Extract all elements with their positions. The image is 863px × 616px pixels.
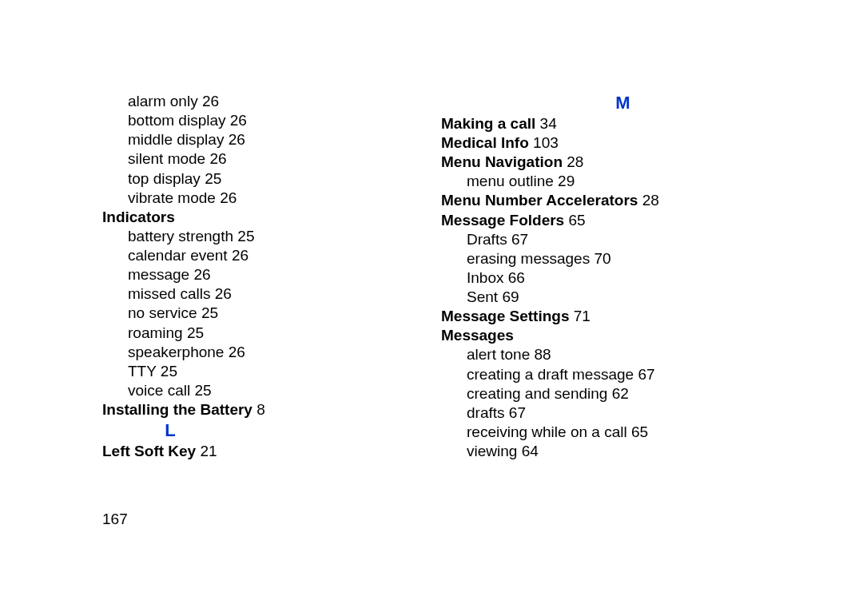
sub-entry-text: TTY — [128, 363, 157, 380]
pre-indicators-sub-list: alarm only 26 bottom display 26 middle d… — [128, 92, 438, 208]
sub-entry-page: 26 — [220, 189, 237, 206]
sub-entry-text: Inbox — [467, 269, 503, 286]
entry-message-folders: Message Folders 65 — [441, 211, 777, 230]
entry-label: Message Folders — [441, 212, 564, 229]
sub-entry-page: 67 — [511, 231, 528, 248]
sub-entry: Drafts 67 — [467, 230, 777, 249]
entry-left-soft-key: Left Soft Key 21 — [102, 442, 438, 461]
sub-entry-text: viewing — [467, 443, 517, 459]
entry-label: Left Soft Key — [102, 443, 196, 459]
sub-entry-text: erasing messages — [467, 250, 590, 267]
sub-entry: missed calls 26 — [128, 284, 438, 304]
sub-entry-text: Drafts — [467, 231, 507, 248]
sub-entry-page: 25 — [205, 170, 221, 187]
entry-label: Message Settings — [441, 308, 570, 324]
sub-entry: Sent 69 — [467, 288, 777, 307]
sub-entry-page: 26 — [202, 93, 219, 109]
sub-entry-page: 26 — [193, 266, 210, 283]
sub-entry: silent mode 26 — [128, 149, 438, 169]
sub-entry-text: message — [128, 266, 189, 283]
sub-entry: voice call 25 — [128, 381, 438, 400]
entry-label: Menu Number Accelerators — [441, 192, 638, 209]
sub-entry-page: 65 — [631, 423, 648, 440]
sub-entry-page: 88 — [535, 346, 551, 363]
entry-menu-navigation: Menu Navigation 28 — [441, 153, 777, 172]
sub-entry-text: alarm only — [128, 93, 198, 109]
sub-entry: drafts 67 — [467, 403, 777, 423]
messages-sub-list: alert tone 88 creating a draft message 6… — [467, 345, 777, 461]
sub-entry-page: 69 — [502, 288, 519, 305]
sub-entry-page: 62 — [612, 385, 629, 402]
entry-label: Medical Info — [441, 134, 529, 151]
sub-entry-text: bottom display — [128, 112, 226, 129]
sub-entry-text: middle display — [128, 131, 224, 148]
sub-entry: Inbox 66 — [467, 268, 777, 288]
sub-entry: top display 25 — [128, 169, 438, 189]
sub-entry: TTY 25 — [128, 362, 438, 381]
sub-entry-page: 25 — [201, 304, 218, 321]
sub-entry-text: creating and sending — [467, 385, 607, 402]
section-letter-m: M — [441, 92, 805, 114]
sub-entry: creating and sending 62 — [467, 384, 777, 403]
sub-entry: bottom display 26 — [128, 111, 438, 130]
entry-menu-number-accelerators: Menu Number Accelerators 28 — [441, 191, 777, 210]
entry-label: Menu Navigation — [441, 153, 563, 170]
section-letter-l: L — [102, 419, 238, 442]
sub-entry-text: roaming — [128, 324, 183, 341]
sub-entry-text: calendar event — [128, 247, 228, 264]
sub-entry: roaming 25 — [128, 324, 438, 343]
sub-entry-page: 26 — [230, 112, 247, 129]
sub-entry-text: alert tone — [467, 346, 530, 363]
sub-entry-page: 26 — [232, 247, 249, 264]
sub-entry: alert tone 88 — [467, 345, 777, 364]
sub-entry-page: 26 — [215, 285, 232, 302]
right-column: M Making a call 34 Medical Info 103 Menu… — [441, 92, 777, 461]
sub-entry: menu outline 29 — [467, 172, 777, 191]
sub-entry: speakerphone 26 — [128, 343, 438, 362]
sub-entry-page: 29 — [558, 173, 575, 189]
sub-entry-text: no service — [128, 304, 197, 321]
sub-entry-text: missed calls — [128, 285, 210, 302]
sub-entry-text: voice call — [128, 382, 190, 399]
sub-entry-text: receiving while on a call — [467, 423, 627, 440]
menu-navigation-sub-list: menu outline 29 — [467, 172, 777, 191]
sub-entry-page: 25 — [194, 382, 211, 399]
entry-message-settings: Message Settings 71 — [441, 307, 777, 326]
entry-page: 34 — [540, 115, 557, 132]
entry-messages: Messages — [441, 326, 777, 345]
sub-entry-text: vibrate mode — [128, 189, 216, 206]
sub-entry: no service 25 — [128, 304, 438, 323]
sub-entry-page: 25 — [187, 324, 204, 341]
entry-making-a-call: Making a call 34 — [441, 114, 777, 133]
left-column: alarm only 26 bottom display 26 middle d… — [102, 92, 438, 461]
sub-entry-text: speakerphone — [128, 344, 224, 360]
sub-entry: calendar event 26 — [128, 246, 438, 265]
sub-entry: viewing 64 — [467, 442, 777, 461]
sub-entry-page: 25 — [161, 363, 177, 380]
sub-entry-text: creating a draft message — [467, 366, 634, 383]
sub-entry-page: 64 — [522, 443, 539, 459]
sub-entry-text: menu outline — [467, 173, 554, 189]
entry-medical-info: Medical Info 103 — [441, 133, 777, 153]
sub-entry-page: 26 — [209, 150, 226, 167]
page-number: 167 — [102, 511, 128, 528]
entry-label: Making a call — [441, 115, 535, 132]
sub-entry-page: 66 — [508, 269, 525, 286]
sub-entry: alarm only 26 — [128, 92, 438, 111]
entry-page: 65 — [568, 212, 585, 229]
sub-entry-page: 26 — [229, 131, 245, 148]
sub-entry-page: 67 — [509, 404, 526, 421]
entry-page: 28 — [567, 153, 583, 170]
entry-label: Installing the Battery — [102, 401, 253, 418]
sub-entry-text: battery strength — [128, 228, 233, 244]
sub-entry: battery strength 25 — [128, 227, 438, 246]
entry-indicators: Indicators — [102, 208, 438, 227]
entry-page: 28 — [642, 192, 659, 209]
entry-page: 8 — [257, 401, 265, 418]
entry-page: 71 — [574, 308, 591, 324]
index-page: alarm only 26 bottom display 26 middle d… — [0, 0, 863, 616]
sub-entry: message 26 — [128, 265, 438, 284]
sub-entry-page: 26 — [229, 344, 245, 360]
sub-entry-text: Sent — [467, 288, 498, 305]
sub-entry-text: drafts — [467, 404, 505, 421]
